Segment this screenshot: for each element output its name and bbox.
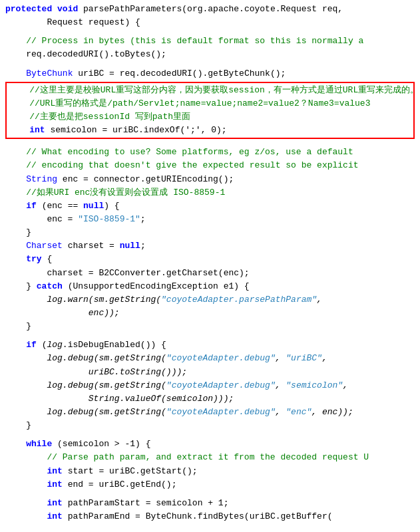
code-line-while: while (semicolon > -1) { [5,438,415,451]
code-line-pathparamend: int pathParamEnd = ByteChunk.findBytes(u… [5,510,415,523]
code-line-cn3: //主要也是把sessionId 写到path里面 [9,110,411,124]
code-line-brace1: } [5,226,415,239]
code-line-5: ByteChunk uriBC = req.decodedURI().getBy… [5,67,415,80]
code-line-2: Request request) { [5,16,415,29]
code-line-debug2: uriBC.toString())); [5,366,415,379]
code-line-pathparamstart: int pathParamStart = semicolon + 1; [5,497,415,510]
code-line-start: int start = uriBC.getStart(); [5,465,415,478]
code-line-if-debug: if (log.isDebugEnabled()) { [5,338,415,352]
code-line-brace2: } [5,320,415,333]
code-line-semicolon: int semicolon = uriBC.indexOf(';', 0); [9,124,411,137]
code-line-log-warn2: enc)); [5,307,415,320]
code-line-charset: Charset charset = null; [5,239,415,253]
code-line-log-warn: log.warn(sm.getString("coyoteAdapter.par… [5,293,415,307]
code-line-brace3: } [5,419,415,432]
code-line-charset-set: charset = B2CConverter.getCharset(enc); [5,267,415,280]
code-line-debug5: log.debug(sm.getString("coyoteAdapter.de… [5,406,415,419]
code-line-debug3: log.debug(sm.getString("coyoteAdapter.de… [5,379,415,392]
code-line-debug1: log.debug(sm.getString("coyoteAdapter.de… [5,352,415,365]
code-line-1: protected void parsePathParameters(org.a… [5,3,415,16]
highlighted-comment-block: //这里主要是校验URL重写这部分内容，因为要获取session，有一种方式是通… [5,82,415,140]
code-line-comment4: // Parse path param, and extract it from… [5,451,415,464]
code-line-cn2: //URL重写的格式是/path/Servlet;name=value;name… [9,97,411,110]
code-line-catch: } catch (UnsupportedEncodingException e1… [5,280,415,293]
code-line-comment2: // What encoding to use? Some platforms,… [5,146,415,159]
code-line-debug4: String.valueOf(semicolon))); [5,392,415,406]
code-line-comment3: // encoding that doesn't give the expect… [5,159,415,172]
code-line-cn1: //这里主要是校验URL重写这部分内容，因为要获取session，有一种方式是通… [9,84,411,97]
code-line-try: try { [5,253,415,266]
code-line-cn4: //如果URI enc没有设置则会设置成 ISO-8859-1 [5,186,415,200]
code-line-enc: String enc = connector.getURIEncoding(); [5,173,415,186]
code-line-end: int end = uriBC.getEnd(); [5,478,415,491]
code-line-enc-set: enc = "ISO-8859-1"; [5,213,415,226]
code-line-comment1: // Process in bytes (this is default for… [5,35,415,48]
code-container: protected void parsePathParameters(org.a… [0,0,420,532]
code-line-4: req.decodedURI().toBytes(); [5,48,415,61]
code-line-if-enc: if (enc == null) { [5,200,415,213]
